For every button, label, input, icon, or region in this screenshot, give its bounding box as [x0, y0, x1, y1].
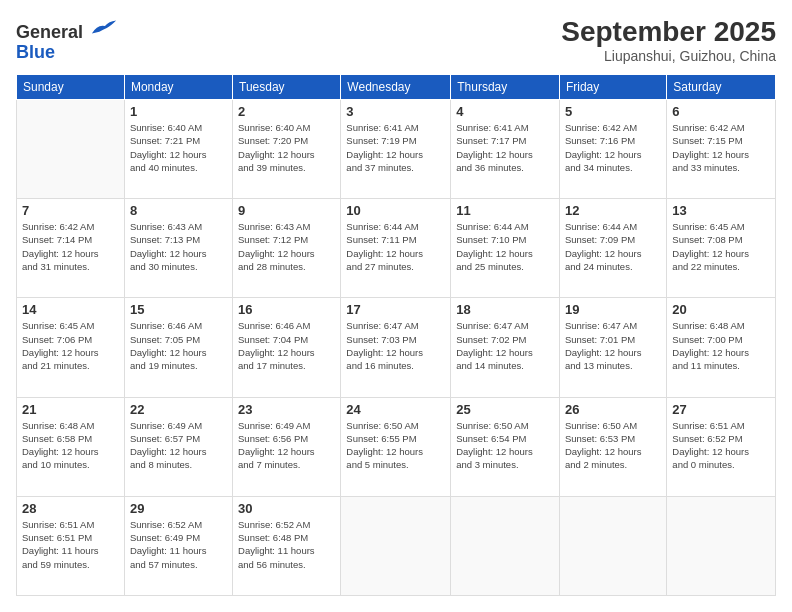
table-row: 28Sunrise: 6:51 AM Sunset: 6:51 PM Dayli…: [17, 496, 125, 595]
table-row: 19Sunrise: 6:47 AM Sunset: 7:01 PM Dayli…: [559, 298, 666, 397]
table-row: 3Sunrise: 6:41 AM Sunset: 7:19 PM Daylig…: [341, 100, 451, 199]
calendar-week-row: 14Sunrise: 6:45 AM Sunset: 7:06 PM Dayli…: [17, 298, 776, 397]
day-info: Sunrise: 6:47 AM Sunset: 7:02 PM Dayligh…: [456, 319, 554, 372]
day-info: Sunrise: 6:46 AM Sunset: 7:04 PM Dayligh…: [238, 319, 335, 372]
day-number: 2: [238, 104, 335, 119]
table-row: 18Sunrise: 6:47 AM Sunset: 7:02 PM Dayli…: [451, 298, 560, 397]
day-info: Sunrise: 6:42 AM Sunset: 7:15 PM Dayligh…: [672, 121, 770, 174]
day-info: Sunrise: 6:41 AM Sunset: 7:17 PM Dayligh…: [456, 121, 554, 174]
day-info: Sunrise: 6:42 AM Sunset: 7:14 PM Dayligh…: [22, 220, 119, 273]
page: General Blue September 2025 Liupanshui, …: [0, 0, 792, 612]
table-row: 1Sunrise: 6:40 AM Sunset: 7:21 PM Daylig…: [124, 100, 232, 199]
day-number: 10: [346, 203, 445, 218]
table-row: 23Sunrise: 6:49 AM Sunset: 6:56 PM Dayli…: [233, 397, 341, 496]
page-subtitle: Liupanshui, Guizhou, China: [561, 48, 776, 64]
day-info: Sunrise: 6:49 AM Sunset: 6:57 PM Dayligh…: [130, 419, 227, 472]
day-number: 14: [22, 302, 119, 317]
logo-bird-icon: [90, 16, 118, 38]
title-block: September 2025 Liupanshui, Guizhou, Chin…: [561, 16, 776, 64]
day-info: Sunrise: 6:44 AM Sunset: 7:11 PM Dayligh…: [346, 220, 445, 273]
day-info: Sunrise: 6:41 AM Sunset: 7:19 PM Dayligh…: [346, 121, 445, 174]
day-number: 24: [346, 402, 445, 417]
day-info: Sunrise: 6:50 AM Sunset: 6:54 PM Dayligh…: [456, 419, 554, 472]
table-row: 17Sunrise: 6:47 AM Sunset: 7:03 PM Dayli…: [341, 298, 451, 397]
day-info: Sunrise: 6:40 AM Sunset: 7:20 PM Dayligh…: [238, 121, 335, 174]
table-row: 9Sunrise: 6:43 AM Sunset: 7:12 PM Daylig…: [233, 199, 341, 298]
day-number: 12: [565, 203, 661, 218]
day-number: 26: [565, 402, 661, 417]
col-wednesday: Wednesday: [341, 75, 451, 100]
table-row: 29Sunrise: 6:52 AM Sunset: 6:49 PM Dayli…: [124, 496, 232, 595]
calendar-header-row: Sunday Monday Tuesday Wednesday Thursday…: [17, 75, 776, 100]
day-info: Sunrise: 6:47 AM Sunset: 7:01 PM Dayligh…: [565, 319, 661, 372]
day-number: 19: [565, 302, 661, 317]
day-number: 28: [22, 501, 119, 516]
day-info: Sunrise: 6:50 AM Sunset: 6:53 PM Dayligh…: [565, 419, 661, 472]
day-number: 29: [130, 501, 227, 516]
day-number: 9: [238, 203, 335, 218]
day-number: 25: [456, 402, 554, 417]
table-row: 20Sunrise: 6:48 AM Sunset: 7:00 PM Dayli…: [667, 298, 776, 397]
table-row: 6Sunrise: 6:42 AM Sunset: 7:15 PM Daylig…: [667, 100, 776, 199]
day-info: Sunrise: 6:43 AM Sunset: 7:13 PM Dayligh…: [130, 220, 227, 273]
col-tuesday: Tuesday: [233, 75, 341, 100]
day-info: Sunrise: 6:40 AM Sunset: 7:21 PM Dayligh…: [130, 121, 227, 174]
table-row: 16Sunrise: 6:46 AM Sunset: 7:04 PM Dayli…: [233, 298, 341, 397]
day-info: Sunrise: 6:46 AM Sunset: 7:05 PM Dayligh…: [130, 319, 227, 372]
day-info: Sunrise: 6:48 AM Sunset: 6:58 PM Dayligh…: [22, 419, 119, 472]
table-row: 25Sunrise: 6:50 AM Sunset: 6:54 PM Dayli…: [451, 397, 560, 496]
header: General Blue September 2025 Liupanshui, …: [16, 16, 776, 64]
day-info: Sunrise: 6:51 AM Sunset: 6:52 PM Dayligh…: [672, 419, 770, 472]
day-info: Sunrise: 6:48 AM Sunset: 7:00 PM Dayligh…: [672, 319, 770, 372]
day-number: 30: [238, 501, 335, 516]
table-row: 7Sunrise: 6:42 AM Sunset: 7:14 PM Daylig…: [17, 199, 125, 298]
day-info: Sunrise: 6:45 AM Sunset: 7:08 PM Dayligh…: [672, 220, 770, 273]
table-row: 15Sunrise: 6:46 AM Sunset: 7:05 PM Dayli…: [124, 298, 232, 397]
day-info: Sunrise: 6:45 AM Sunset: 7:06 PM Dayligh…: [22, 319, 119, 372]
calendar-table: Sunday Monday Tuesday Wednesday Thursday…: [16, 74, 776, 596]
col-thursday: Thursday: [451, 75, 560, 100]
table-row: [667, 496, 776, 595]
table-row: [559, 496, 666, 595]
calendar-week-row: 28Sunrise: 6:51 AM Sunset: 6:51 PM Dayli…: [17, 496, 776, 595]
day-number: 16: [238, 302, 335, 317]
day-number: 6: [672, 104, 770, 119]
day-number: 11: [456, 203, 554, 218]
day-number: 21: [22, 402, 119, 417]
day-info: Sunrise: 6:44 AM Sunset: 7:09 PM Dayligh…: [565, 220, 661, 273]
table-row: 12Sunrise: 6:44 AM Sunset: 7:09 PM Dayli…: [559, 199, 666, 298]
day-number: 5: [565, 104, 661, 119]
day-info: Sunrise: 6:42 AM Sunset: 7:16 PM Dayligh…: [565, 121, 661, 174]
table-row: [17, 100, 125, 199]
table-row: 10Sunrise: 6:44 AM Sunset: 7:11 PM Dayli…: [341, 199, 451, 298]
table-row: [451, 496, 560, 595]
day-info: Sunrise: 6:44 AM Sunset: 7:10 PM Dayligh…: [456, 220, 554, 273]
day-number: 8: [130, 203, 227, 218]
day-info: Sunrise: 6:52 AM Sunset: 6:48 PM Dayligh…: [238, 518, 335, 571]
day-number: 17: [346, 302, 445, 317]
table-row: 13Sunrise: 6:45 AM Sunset: 7:08 PM Dayli…: [667, 199, 776, 298]
table-row: 5Sunrise: 6:42 AM Sunset: 7:16 PM Daylig…: [559, 100, 666, 199]
table-row: [341, 496, 451, 595]
logo-text: General Blue: [16, 16, 118, 63]
col-monday: Monday: [124, 75, 232, 100]
day-number: 3: [346, 104, 445, 119]
day-number: 22: [130, 402, 227, 417]
table-row: 4Sunrise: 6:41 AM Sunset: 7:17 PM Daylig…: [451, 100, 560, 199]
day-number: 1: [130, 104, 227, 119]
col-saturday: Saturday: [667, 75, 776, 100]
day-number: 15: [130, 302, 227, 317]
day-number: 20: [672, 302, 770, 317]
day-info: Sunrise: 6:51 AM Sunset: 6:51 PM Dayligh…: [22, 518, 119, 571]
calendar-week-row: 7Sunrise: 6:42 AM Sunset: 7:14 PM Daylig…: [17, 199, 776, 298]
table-row: 22Sunrise: 6:49 AM Sunset: 6:57 PM Dayli…: [124, 397, 232, 496]
day-info: Sunrise: 6:50 AM Sunset: 6:55 PM Dayligh…: [346, 419, 445, 472]
table-row: 26Sunrise: 6:50 AM Sunset: 6:53 PM Dayli…: [559, 397, 666, 496]
table-row: 21Sunrise: 6:48 AM Sunset: 6:58 PM Dayli…: [17, 397, 125, 496]
day-number: 18: [456, 302, 554, 317]
table-row: 11Sunrise: 6:44 AM Sunset: 7:10 PM Dayli…: [451, 199, 560, 298]
day-number: 7: [22, 203, 119, 218]
day-number: 23: [238, 402, 335, 417]
table-row: 27Sunrise: 6:51 AM Sunset: 6:52 PM Dayli…: [667, 397, 776, 496]
day-number: 13: [672, 203, 770, 218]
